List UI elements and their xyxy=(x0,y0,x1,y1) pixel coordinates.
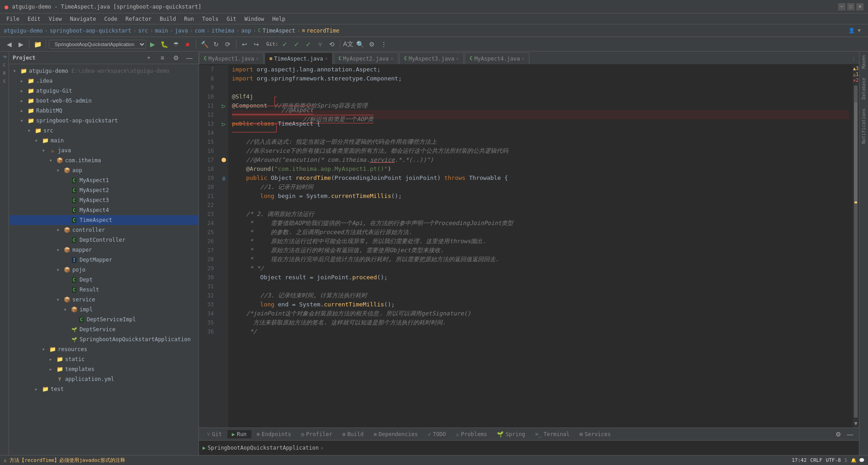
tab-build[interactable]: ⚙ Build xyxy=(338,430,368,438)
tab-myaspect2[interactable]: C MyAspect2.java ✕ xyxy=(334,52,398,64)
undo-button[interactable]: ↩ xyxy=(239,39,250,50)
tab-myaspect3[interactable]: C MyAspect3.java ✕ xyxy=(399,52,464,64)
tab-git[interactable]: ⑂ Git xyxy=(203,430,226,438)
right-panel-maven[interactable]: Maven xyxy=(861,55,866,69)
tree-item-deptserviceimpl[interactable]: C DeptServiceImpl xyxy=(9,315,198,324)
breadcrumb-itheima[interactable]: itheima xyxy=(212,28,235,34)
tree-item-boot-web[interactable]: ▸ 📁 boot-web-05-admin xyxy=(9,96,198,106)
tab-close-myaspect4[interactable]: ✕ xyxy=(522,56,524,61)
run-configuration-select[interactable]: SpringbootAopQuickstartApplication xyxy=(49,40,146,49)
git-branch[interactable]: ⑂ xyxy=(315,39,326,50)
git-history[interactable]: ⟲ xyxy=(326,39,337,50)
bottom-panel-hide[interactable]: — xyxy=(844,429,855,440)
tree-item-root[interactable]: ▾ 📁 atguigu-demo E:\idea-workspace\atgui… xyxy=(9,66,198,76)
git-check-1[interactable]: ✓ xyxy=(279,39,290,50)
tab-more-button[interactable]: ⋮ xyxy=(848,53,859,64)
run-close-tab[interactable]: ✕ xyxy=(321,445,324,451)
reload-button[interactable]: ⟳ xyxy=(222,39,233,50)
tree-item-rabbitmq[interactable]: ▸ 📁 RabbitMQ xyxy=(9,106,198,116)
breadcrumb-method[interactable]: recordTime xyxy=(307,28,339,34)
menu-edit[interactable]: Edit xyxy=(24,15,44,23)
breadcrumb-project[interactable]: atguigu-demo xyxy=(4,28,43,34)
run-button[interactable]: ▶ xyxy=(147,39,158,50)
structure-icon[interactable]: S xyxy=(1,78,8,85)
tree-item-deptmapper[interactable]: I DeptMapper xyxy=(9,255,198,265)
tab-dependencies[interactable]: ≡ Dependencies xyxy=(369,430,422,438)
tree-item-main[interactable]: ▾ 📁 main xyxy=(9,136,198,146)
project-settings-button[interactable]: ⚙ xyxy=(170,52,181,63)
right-panel-database[interactable]: Database xyxy=(861,78,866,99)
tab-myaspect4[interactable]: C MyAspect4.java ✕ xyxy=(465,52,529,64)
minimize-button[interactable]: ─ xyxy=(838,3,845,10)
tree-item-myaspect4[interactable]: C MyAspect4 xyxy=(9,205,198,215)
tree-item-resources[interactable]: ▾ 📁 resources xyxy=(9,344,198,354)
project-collapse-button[interactable]: ≡ xyxy=(157,52,168,63)
breadcrumb-com[interactable]: com xyxy=(195,28,205,34)
bottom-panel-settings[interactable]: ⚙ xyxy=(833,429,844,440)
tree-item-service[interactable]: ▾ 📦 service xyxy=(9,295,198,305)
menu-tools[interactable]: Tools xyxy=(198,15,222,23)
tree-item-springbootapp[interactable]: 🌱 SpringbootAopQuickstartApplication xyxy=(9,334,198,344)
menu-view[interactable]: View xyxy=(45,15,66,23)
tree-item-deptservice[interactable]: 🌱 DeptService xyxy=(9,324,198,334)
tab-problems[interactable]: ⚠ Problems xyxy=(451,430,491,438)
back-button[interactable]: ◀ xyxy=(4,39,14,50)
position-indicator[interactable]: 17:42 xyxy=(792,457,807,463)
menu-code[interactable]: Code xyxy=(101,15,121,23)
breadcrumb-module[interactable]: springboot-aop-quickstart xyxy=(50,28,132,34)
tree-item-atguigu-git[interactable]: ▸ 📁 atguigu-Git xyxy=(9,86,198,96)
debug-button[interactable]: 🐛 xyxy=(159,39,170,50)
tree-item-java[interactable]: ▾ ☕ java xyxy=(9,146,198,155)
menu-build[interactable]: Build xyxy=(156,15,179,23)
tab-myaspect1[interactable]: C MyAspect1.java ✕ xyxy=(199,52,264,64)
breadcrumb-main[interactable]: main xyxy=(155,28,168,34)
more-button[interactable]: ⋮ xyxy=(378,39,389,50)
tree-item-dept[interactable]: C Dept xyxy=(9,275,198,285)
editor-scrollbar[interactable]: ▲3 △1 ✕2 ▼ xyxy=(853,65,859,427)
tab-run[interactable]: ▶ Run xyxy=(227,430,251,438)
forward-button[interactable]: ▶ xyxy=(15,39,26,50)
tree-item-result[interactable]: C Result xyxy=(9,285,198,295)
tab-services[interactable]: ⊞ Services xyxy=(575,430,615,438)
menu-navigate[interactable]: Navigate xyxy=(66,15,100,23)
maximize-button[interactable]: □ xyxy=(847,3,854,10)
build-button[interactable]: 🔨 xyxy=(199,39,210,50)
tree-item-idea[interactable]: ▸ 📁 .idea xyxy=(9,76,198,86)
translate-button[interactable]: A文 xyxy=(343,39,354,50)
close-button[interactable]: ✕ xyxy=(856,3,863,10)
settings-button[interactable]: ⚙ xyxy=(367,39,377,50)
stop-button[interactable]: ■ xyxy=(182,39,193,50)
right-panel-notifications[interactable]: Notifications xyxy=(861,108,866,144)
tree-item-pojo[interactable]: ▾ 📦 pojo xyxy=(9,265,198,275)
scrollbar-thumb[interactable] xyxy=(854,102,858,202)
commit-icon[interactable]: C xyxy=(1,61,8,69)
tree-item-com[interactable]: ▾ 📦 com.itheima xyxy=(9,155,198,165)
menu-help[interactable]: Help xyxy=(269,15,289,23)
window-controls[interactable]: ─ □ ✕ xyxy=(838,3,863,10)
line-ending-indicator[interactable]: CRLF xyxy=(810,457,822,463)
menu-window[interactable]: Window xyxy=(241,15,268,23)
scrollbar-track[interactable] xyxy=(854,85,858,418)
scroll-down-arrow[interactable]: ▼ xyxy=(854,420,857,427)
tree-item-application-yml[interactable]: Y application.yml xyxy=(9,374,198,384)
encoding-indicator[interactable]: UTF-8 xyxy=(826,457,841,463)
project-add-button[interactable]: + xyxy=(143,52,154,63)
tree-item-templates[interactable]: ▸ 📁 templates xyxy=(9,364,198,374)
tab-close-myaspect1[interactable]: ✕ xyxy=(256,56,259,61)
breadcrumb-src[interactable]: src xyxy=(138,28,148,34)
tab-endpoints[interactable]: ⊕ Endpoints xyxy=(252,430,296,438)
tree-item-src[interactable]: ▾ 📁 src xyxy=(9,126,198,136)
tab-terminal[interactable]: >_ Terminal xyxy=(531,430,574,438)
menu-refactor[interactable]: Refactor xyxy=(122,15,155,23)
breadcrumb-aop[interactable]: aop xyxy=(241,28,251,34)
tab-close-myaspect2[interactable]: ✕ xyxy=(391,56,393,61)
tree-item-timeaspect[interactable]: C TimeAspect xyxy=(9,215,198,225)
tree-item-test[interactable]: ▸ 📁 test xyxy=(9,384,198,394)
tree-item-myaspect2[interactable]: C MyAspect2 xyxy=(9,185,198,195)
search-everywhere-button[interactable]: 🔍 xyxy=(355,39,366,50)
tab-close-myaspect3[interactable]: ✕ xyxy=(456,56,459,61)
sync-button[interactable]: ↻ xyxy=(211,39,222,50)
code-content[interactable]: import org.aspectj.lang.annotation.Aspec… xyxy=(228,65,853,427)
coverage-button[interactable]: ☂ xyxy=(170,39,181,50)
tab-spring[interactable]: 🌱 Spring xyxy=(492,430,529,438)
